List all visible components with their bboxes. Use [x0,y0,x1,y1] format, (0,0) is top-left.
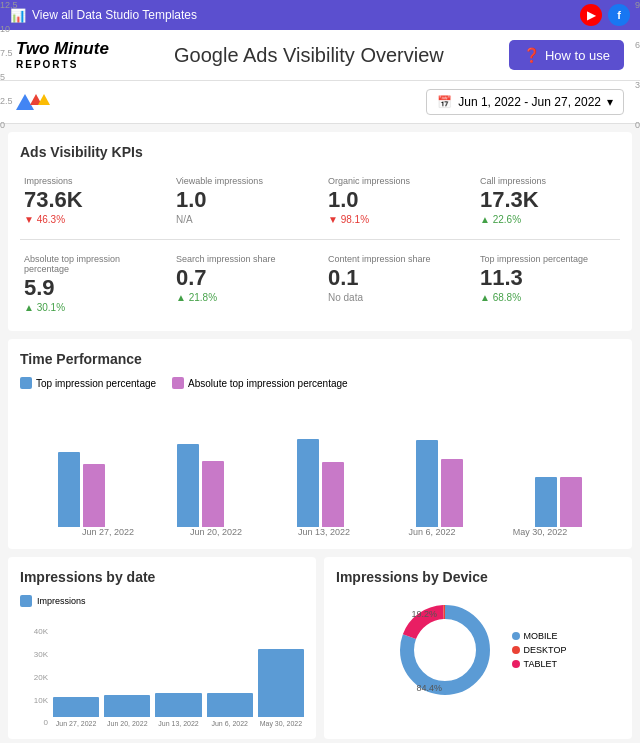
imp-y-label: 20K [20,673,48,682]
bar-blue [177,444,199,527]
bar-blue [416,440,438,527]
y-axis-right-label: 3 [620,80,640,90]
kpi-grid-bottom: Absolute top impression percentage 5.9 ▲… [20,248,620,319]
kpi-item: Viewable impressions 1.0 N/A [172,170,316,231]
impressions-legend-label: Impressions [37,596,86,606]
donut-area: 19.2% 84.4% MOBILEDESKTOPTABLET [336,595,620,705]
kpi-value: 11.3 [480,266,616,290]
legend-item: Top impression percentage [20,377,156,389]
bar-pink [83,464,105,527]
kpi-change: ▲ 21.8% [176,292,312,303]
kpi-label: Call impressions [480,176,616,186]
donut-legend-item: MOBILE [512,631,567,641]
kpi-label: Viewable impressions [176,176,312,186]
kpi-label: Content impression share [328,254,464,264]
kpi-change: No data [328,292,464,303]
donut-legend-item: TABLET [512,659,567,669]
donut-label-bottom: 84.4% [417,683,443,693]
imp-x-label: Jun 6, 2022 [207,720,253,727]
donut-legend-dot [512,646,520,654]
bar-blue [58,452,80,527]
kpi-change: ▲ 30.1% [24,302,160,313]
y-axis-right-label: 9 [620,0,640,10]
kpi-grid-top: Impressions 73.6K ▼ 46.3% Viewable impre… [20,170,620,231]
bar-group [24,452,139,527]
banner-label: View all Data Studio Templates [32,8,197,22]
bar-group [501,477,616,527]
kpi-value: 0.7 [176,266,312,290]
impressions-legend-dot [20,595,32,607]
kpi-label: Impressions [24,176,160,186]
kpi-item: Call impressions 17.3K ▲ 22.6% [476,170,620,231]
kpi-item: Absolute top impression percentage 5.9 ▲… [20,248,164,319]
bar-pink [441,459,463,527]
page-title: Google Ads Visibility Overview [109,44,509,67]
youtube-icon[interactable]: ▶ [580,4,602,26]
x-labels: Jun 27, 2022Jun 20, 2022Jun 13, 2022Jun … [52,527,596,537]
donut-legend-item: DESKTOP [512,645,567,655]
donut-legend-dot [512,660,520,668]
logo-line1: Two Minute [16,40,109,59]
donut-chart: 19.2% 84.4% [390,595,500,705]
kpi-value: 73.6K [24,188,160,212]
donut-legend: MOBILEDESKTOPTABLET [512,631,567,669]
imp-bar [258,649,304,717]
kpi-label: Search impression share [176,254,312,264]
impressions-bar-chart [53,617,304,717]
imp-y-label: 10K [20,696,48,705]
imp-x-label: Jun 13, 2022 [155,720,201,727]
bar-blue [297,439,319,527]
legend-label: Top impression percentage [36,378,156,389]
date-range-button[interactable]: 📅 Jun 1, 2022 - Jun 27, 2022 ▾ [426,89,624,115]
x-label: May 30, 2022 [488,527,592,537]
legend-item: Absolute top impression percentage [172,377,348,389]
legend-color [20,377,32,389]
impressions-by-date-section: Impressions by date Impressions 40K30K20… [8,557,316,739]
kpi-change: N/A [176,214,312,225]
kpi-item: Organic impressions 1.0 ▼ 98.1% [324,170,468,231]
bar-pink [560,477,582,527]
imp-y-labels: 40K30K20K10K0 [20,627,48,727]
impressions-by-date-title: Impressions by date [20,569,304,585]
kpi-change: ▲ 68.8% [480,292,616,303]
imp-x-label: Jun 20, 2022 [104,720,150,727]
x-label: Jun 13, 2022 [272,527,376,537]
donut-label-top: 19.2% [412,609,438,619]
kpi-label: Absolute top impression percentage [24,254,160,274]
bar-group [382,440,497,527]
y-axis-label: 0 [0,120,28,130]
imp-bar [104,695,150,717]
how-to-button[interactable]: ❓ How to use [509,40,624,70]
bar-group [143,444,258,527]
legend-label: Absolute top impression percentage [188,378,348,389]
y-axis-right-label: 0 [620,120,640,130]
y-axis-right: 9630 [620,0,640,130]
x-label: Jun 27, 2022 [56,527,160,537]
sub-header: 📅 Jun 1, 2022 - Jun 27, 2022 ▾ [0,81,640,124]
impressions-by-device-section: Impressions by Device 19.2% 84.4% MOBILE… [324,557,632,739]
y-axis-right-label: 6 [620,40,640,50]
chart-legend: Top impression percentageAbsolute top im… [20,377,620,389]
donut-legend-label: MOBILE [524,631,558,641]
donut-legend-label: DESKTOP [524,645,567,655]
kpi-item: Content impression share 0.1 No data [324,248,468,319]
banner-left: 📊 View all Data Studio Templates [10,8,197,23]
bottom-grid: Impressions by date Impressions 40K30K20… [8,557,632,739]
kpi-value: 1.0 [176,188,312,212]
x-label: Jun 20, 2022 [164,527,268,537]
time-performance-section: Time Performance Top impression percenta… [8,339,632,549]
how-to-label: How to use [545,48,610,63]
y-axis-label: 12.5 [0,0,28,10]
imp-x-labels: Jun 27, 2022Jun 20, 2022Jun 13, 2022Jun … [53,720,304,727]
kpi-change: ▼ 98.1% [328,214,464,225]
impressions-legend: Impressions [20,595,304,607]
imp-bar [53,697,99,717]
header: Two Minute REPORTS Google Ads Visibility… [0,30,640,81]
date-range-text: Jun 1, 2022 - Jun 27, 2022 [458,95,601,109]
chevron-down-icon: ▾ [607,95,613,109]
x-label: Jun 6, 2022 [380,527,484,537]
donut-legend-dot [512,632,520,640]
legend-color [172,377,184,389]
kpi-item: Search impression share 0.7 ▲ 21.8% [172,248,316,319]
kpi-item: Top impression percentage 11.3 ▲ 68.8% [476,248,620,319]
